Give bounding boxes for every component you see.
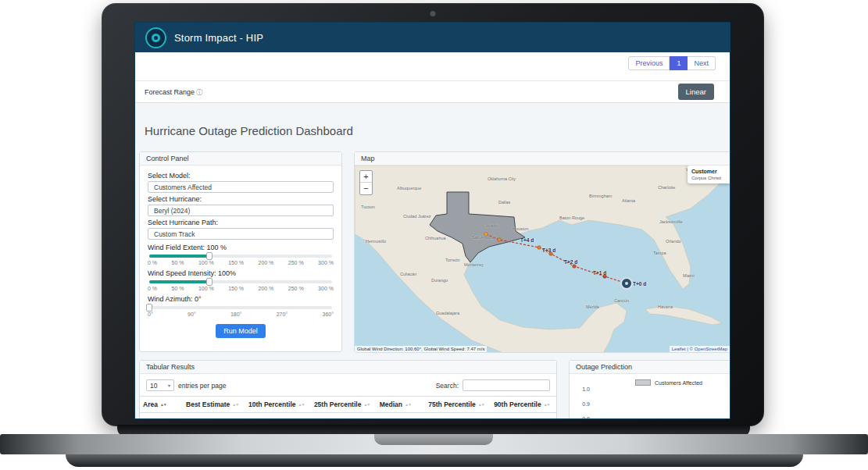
select-path-label: Select Hurricane Path: — [148, 219, 334, 226]
map-zoom-control: + − — [359, 170, 373, 195]
wind-speed-intensity-label: Wind Speed Intensity: 100% — [148, 269, 334, 277]
sort-icon: ▲▼ — [160, 402, 166, 407]
wind-azimuth-slider-thumb[interactable] — [146, 304, 152, 312]
table-header-row: Area▲▼ Best Estimate▲▼ 10th Percentile▲▼… — [140, 396, 556, 413]
map-city-label: Havana — [658, 304, 673, 309]
control-panel-card: Control Panel Select Model: Customers Af… — [139, 151, 342, 352]
search-group: Search: — [436, 379, 550, 391]
chart-legend: Customers Affected — [635, 379, 702, 386]
map-city-label: Charlotte — [658, 185, 675, 190]
map-city-label: Ciudad Juárez — [403, 214, 430, 219]
control-panel-title: Control Panel — [140, 152, 341, 166]
column-header-90th-percentile[interactable]: 90th Percentile▲▼ — [491, 397, 556, 412]
column-header-25th-percentile[interactable]: 25th Percentile▲▼ — [311, 397, 377, 412]
zoom-in-button[interactable]: + — [360, 171, 372, 183]
forecast-range-label: Forecast Rangeⓘ — [145, 88, 202, 97]
map-viewport[interactable]: Virginia Beach Charlotte Atlanta Birming… — [355, 166, 730, 352]
map-attribution[interactable]: Leaflet | © OpenStreetMap — [670, 346, 730, 352]
select-path-dropdown[interactable]: Custom Track — [148, 228, 334, 240]
linear-button[interactable]: Linear — [678, 84, 714, 100]
forecast-range-row: Forecast Rangeⓘ Linear — [135, 80, 730, 102]
map-city-label: Cancún — [614, 298, 629, 303]
column-header-median[interactable]: Median▲▼ — [377, 397, 426, 412]
legend-label: Customers Affected — [655, 380, 702, 386]
map-city-label: Atlanta — [622, 198, 635, 203]
hurricane-eye-icon — [625, 282, 628, 285]
sort-icon: ▲▼ — [405, 402, 411, 407]
column-header-75th-percentile[interactable]: 75th Percentile▲▼ — [425, 397, 491, 412]
search-label: Search: — [436, 382, 459, 390]
run-model-button[interactable]: Run Model — [216, 324, 266, 338]
search-input[interactable] — [463, 379, 550, 391]
wind-speed-ticks: 0 % 50 % 100 % 150 % 200 % 250 % 300 % — [148, 286, 334, 291]
wind-field-slider-thumb[interactable] — [206, 252, 213, 260]
current-page-button[interactable]: 1 — [670, 56, 688, 70]
app-window: Storm Impact - HIP Previous 1 Next Forec… — [134, 22, 730, 419]
dashboard-main: Hurricane Outage Prediction Dashboard Co… — [135, 103, 730, 418]
wind-azimuth-slider[interactable] — [149, 306, 332, 309]
tabular-results-title: Tabular Results — [140, 361, 556, 374]
wind-field-extent-slider[interactable] — [149, 255, 332, 258]
laptop-base-notch — [374, 434, 493, 445]
outage-prediction-title: Outage Prediction — [570, 361, 730, 374]
select-model-label: Select Model: — [148, 172, 334, 180]
wind-speed-intensity-slider[interactable] — [149, 280, 332, 283]
popup-subtitle: Corpus Christi — [691, 176, 726, 180]
sort-icon: ▲▼ — [478, 402, 484, 407]
map-city-label: Dallas — [498, 200, 510, 205]
map-city-label: Tampa — [653, 251, 666, 255]
next-page-button[interactable]: Next — [688, 56, 716, 70]
track-point[interactable] — [498, 238, 502, 242]
map-city-label: Albuquerque — [397, 186, 421, 190]
map-canvas[interactable] — [355, 166, 730, 352]
map-city-label: Mérida — [586, 304, 599, 309]
wind-speed-slider-thumb[interactable] — [206, 278, 213, 286]
outage-prediction-card: Outage Prediction Customers Affected 1.0… — [569, 360, 730, 419]
sort-icon: ▲▼ — [544, 402, 550, 407]
chevron-down-icon: ▾ — [168, 383, 170, 388]
app-title: Storm Impact - HIP — [174, 32, 263, 44]
y-axis-tick: 0.9 — [577, 401, 590, 407]
sort-icon: ▲▼ — [363, 402, 370, 407]
y-axis-tick: 0.8 — [577, 416, 590, 419]
map-city-label: Durango — [431, 278, 448, 283]
app-header: Storm Impact - HIP — [135, 23, 730, 52]
wind-field-ticks: 0 % 50 % 100 % 150 % 200 % 250 % 300 % — [148, 260, 334, 265]
map-title: Map — [355, 152, 730, 166]
entries-per-page-label: entries per page — [178, 382, 226, 390]
sort-icon: ▲▼ — [232, 402, 238, 407]
map-city-label: San Antonio — [472, 235, 495, 240]
map-city-label: Jacksonville — [659, 219, 683, 224]
sort-icon: ▲▼ — [298, 402, 305, 407]
wind-azimuth-label: Wind Azimuth: 0° — [148, 295, 334, 303]
webcam-dot — [430, 11, 436, 16]
column-header-10th-percentile[interactable]: 10th Percentile▲▼ — [245, 397, 311, 412]
track-point[interactable] — [538, 246, 541, 250]
info-icon[interactable]: ⓘ — [196, 89, 202, 96]
track-label-t3: T+3 d — [542, 247, 555, 253]
map-city-label: Hermosillo — [366, 239, 386, 244]
page-length-select[interactable]: 10 ▾ — [146, 379, 174, 391]
previous-page-button[interactable]: Previous — [628, 56, 670, 70]
column-header-area[interactable]: Area▲▼ — [140, 397, 183, 412]
page-title: Hurricane Outage Prediction Dashboard — [145, 124, 353, 137]
sub-toolbar: Previous 1 Next Forecast Rangeⓘ Linear — [135, 52, 730, 103]
map-popup: Customer Corpus Christi — [688, 166, 730, 183]
select-hurricane-dropdown[interactable]: Beryl (2024) — [148, 205, 334, 216]
y-axis-tick: 1.0 — [577, 386, 590, 392]
storm-impact-logo-icon — [145, 27, 166, 48]
map-city-label: Birmingham — [589, 194, 612, 198]
map-city-label: Torreón — [445, 258, 460, 262]
legend-swatch — [635, 379, 651, 386]
select-model-dropdown[interactable]: Customers Affected — [148, 181, 334, 193]
zoom-out-button[interactable]: − — [360, 183, 372, 194]
pagination: Previous 1 Next — [628, 56, 716, 70]
map-city-label: Austin — [486, 223, 498, 228]
track-label-t1: T+1 d — [593, 270, 606, 276]
map-city-label: Miami — [683, 273, 695, 278]
laptop-base-shadow — [66, 454, 803, 467]
global-wind-info: Global Wind Direction: 100.60°, Global W… — [355, 346, 487, 352]
column-header-best-estimate[interactable]: Best Estimate▲▼ — [183, 397, 245, 412]
map-card: Map — [354, 151, 730, 353]
track-point[interactable] — [573, 265, 577, 269]
